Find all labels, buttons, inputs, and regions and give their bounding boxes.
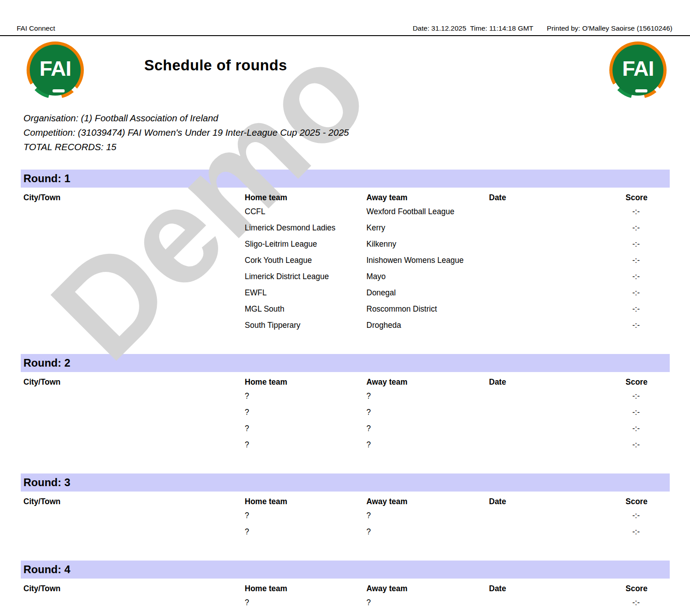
column-header-row: City/Town Home team Away team Date Score <box>21 376 670 388</box>
cell-away-team: ? <box>366 420 489 437</box>
cell-city-town <box>23 236 245 252</box>
round-title: Round: 4 <box>23 563 70 575</box>
cell-away-team: ? <box>366 594 489 611</box>
print-date-time: Date: 31.12.2025 Time: 11:14:18 GMT <box>413 24 534 32</box>
print-meta: Date: 31.12.2025 Time: 11:14:18 GMT Prin… <box>413 24 672 32</box>
cell-date <box>489 203 626 220</box>
match-row: Limerick Desmond Ladies Kerry -:- <box>21 220 670 236</box>
cell-home-team: Sligo-Leitrim League <box>245 236 366 252</box>
cell-home-team: ? <box>245 437 366 453</box>
column-header-city: City/Town <box>23 496 245 507</box>
cell-city-town <box>23 220 245 236</box>
column-header-city: City/Town <box>23 583 245 594</box>
cell-date <box>489 420 626 437</box>
match-row: Cork Youth League Inishowen Womens Leagu… <box>21 252 670 268</box>
cell-score: -:- <box>626 301 669 317</box>
cell-away-team: Wexford Football League <box>366 203 489 220</box>
column-header-city: City/Town <box>23 376 245 388</box>
cell-home-team: Cork Youth League <box>245 252 366 268</box>
cell-city-town <box>23 252 245 268</box>
column-header-home: Home team <box>245 583 366 594</box>
cell-city-town <box>23 268 245 285</box>
cell-score: -:- <box>626 594 669 611</box>
round-title: Round: 2 <box>23 357 70 369</box>
fai-logo-text: FAI <box>622 56 653 81</box>
column-header-date: Date <box>489 496 626 507</box>
column-header-date: Date <box>489 583 626 594</box>
cell-home-team: Limerick District League <box>245 268 366 285</box>
match-row: ? ? -:- <box>21 594 670 611</box>
cell-date <box>489 404 626 420</box>
cell-date <box>489 524 626 540</box>
cell-city-town <box>23 524 245 540</box>
cell-away-team: ? <box>366 388 489 404</box>
cell-home-team: South Tipperary <box>245 317 366 333</box>
cell-score: -:- <box>626 317 669 333</box>
match-row: Limerick District League Mayo -:- <box>21 268 670 285</box>
column-header-city: City/Town <box>23 192 245 203</box>
column-header-score: Score <box>626 583 669 594</box>
top-header: FAI Connect Date: 31.12.2025 Time: 11:14… <box>0 0 690 36</box>
fai-logo-right: FAI <box>609 41 667 99</box>
fai-logo-dash <box>53 89 65 92</box>
column-header-score: Score <box>626 192 669 203</box>
cell-home-team: ? <box>245 594 366 611</box>
cell-city-town <box>23 388 245 404</box>
column-header-home: Home team <box>245 496 366 507</box>
page-title: Schedule of rounds <box>144 57 690 74</box>
cell-home-team: EWFL <box>245 285 366 301</box>
round-section: Round: 4 City/Town Home team Away team D… <box>21 561 670 611</box>
column-header-away: Away team <box>366 496 489 507</box>
cell-date <box>489 236 626 252</box>
fai-logo-badge: FAI <box>30 45 81 96</box>
cell-date <box>489 507 626 524</box>
match-row: CCFL Wexford Football League -:- <box>21 203 670 220</box>
round-section: Round: 1 City/Town Home team Away team D… <box>21 170 670 333</box>
match-row: ? ? -:- <box>21 388 670 404</box>
cell-home-team: CCFL <box>245 203 366 220</box>
rounds-container: Round: 1 City/Town Home team Away team D… <box>0 170 690 611</box>
column-header-away: Away team <box>366 583 489 594</box>
cell-score: -:- <box>626 203 669 220</box>
cell-away-team: Roscommon District <box>366 301 489 317</box>
column-header-score: Score <box>626 376 669 388</box>
cell-city-town <box>23 301 245 317</box>
cell-date <box>489 388 626 404</box>
cell-date <box>489 268 626 285</box>
cell-city-town <box>23 507 245 524</box>
cell-home-team: MGL South <box>245 301 366 317</box>
cell-score: -:- <box>626 524 669 540</box>
match-row: ? ? -:- <box>21 507 670 524</box>
cell-home-team: Limerick Desmond Ladies <box>245 220 366 236</box>
cell-date <box>489 285 626 301</box>
cell-away-team: Donegal <box>366 285 489 301</box>
round-section: Round: 2 City/Town Home team Away team D… <box>21 354 670 453</box>
cell-home-team: ? <box>245 388 366 404</box>
cell-home-team: ? <box>245 420 366 437</box>
cell-date <box>489 301 626 317</box>
column-header-away: Away team <box>366 192 489 203</box>
cell-score: -:- <box>626 268 669 285</box>
match-row: ? ? -:- <box>21 524 670 540</box>
column-header-row: City/Town Home team Away team Date Score <box>21 192 670 203</box>
round-header-bar: Round: 3 <box>21 473 670 492</box>
cell-score: -:- <box>626 507 669 524</box>
match-row: ? ? -:- <box>21 437 670 453</box>
match-rows: ? ? -:- ? ? -:- ? ? -:- ? ? -:- <box>21 388 670 453</box>
cell-city-town <box>23 285 245 301</box>
cell-city-town <box>23 420 245 437</box>
cell-away-team: Kilkenny <box>366 236 489 252</box>
cell-away-team: ? <box>366 524 489 540</box>
cell-away-team: ? <box>366 507 489 524</box>
cell-date <box>489 317 626 333</box>
cell-score: -:- <box>626 236 669 252</box>
total-records-line: TOTAL RECORDS: 15 <box>23 140 670 154</box>
cell-away-team: Inishowen Womens League <box>366 252 489 268</box>
round-header-bar: Round: 2 <box>21 354 670 372</box>
cell-score: -:- <box>626 420 669 437</box>
fai-logo-left: FAI <box>27 41 84 99</box>
column-header-home: Home team <box>245 192 366 203</box>
cell-away-team: ? <box>366 437 489 453</box>
match-row: EWFL Donegal -:- <box>21 285 670 301</box>
printed-by: Printed by: O'Malley Saoirse (15610246) <box>547 24 672 32</box>
